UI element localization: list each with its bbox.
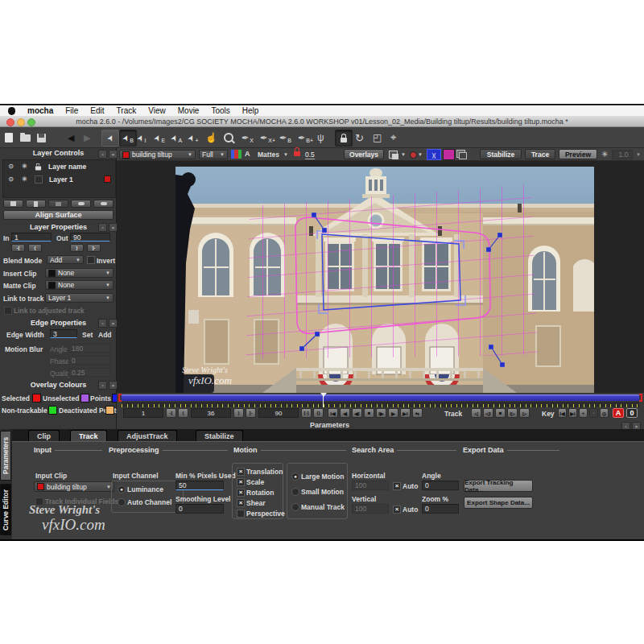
blur-quality-field[interactable]: 0.25 <box>68 368 110 377</box>
gear-icon[interactable]: ✳ <box>21 175 28 183</box>
horizontal-field[interactable]: 100 <box>352 481 389 490</box>
link-to-track-dropdown[interactable]: Layer 1▼ <box>45 293 114 303</box>
lock-tool-icon[interactable] <box>335 130 353 147</box>
track-back-frame-button[interactable]: ◁I <box>483 408 493 418</box>
track-backward-button[interactable]: ◁ <box>471 408 481 418</box>
layer-lock-checkbox[interactable] <box>35 175 43 184</box>
smoothing-level-field[interactable]: 0 <box>175 504 224 514</box>
pin-icon[interactable]: ▫ <box>98 223 107 232</box>
zoom-chevron-icon[interactable]: ▼ <box>636 152 641 157</box>
forward-icon[interactable]: ▶ <box>84 130 90 145</box>
menu-track[interactable]: Track <box>117 106 137 115</box>
pan-tool-icon[interactable]: ☝ <box>205 130 217 145</box>
goto-out-button[interactable]: ) <box>70 244 84 252</box>
video-frame[interactable]: Steve Wright's vfxIO.com <box>175 167 594 393</box>
timeline-out-bracket[interactable] <box>639 394 642 402</box>
tab-track[interactable]: Track <box>70 430 107 441</box>
matte-clip-dropdown[interactable]: None▼ <box>45 280 114 290</box>
auto-channel-radio[interactable] <box>118 498 126 506</box>
stop-button[interactable]: ■ <box>364 408 374 418</box>
menu-edit[interactable]: Edit <box>90 106 104 115</box>
eye-icon[interactable]: ⊙ <box>7 175 14 183</box>
gear-icon[interactable]: ✳ <box>21 163 28 170</box>
last-frame-button[interactable]: ▶I <box>400 408 411 418</box>
delete-keyframe-button[interactable]: ▫ <box>589 408 598 418</box>
zoom-percent-field[interactable]: 0 <box>422 504 459 514</box>
out-frame-field[interactable]: 90 <box>258 408 299 418</box>
current-frame-field[interactable]: 36 <box>191 408 231 418</box>
zoom-level-field[interactable]: 1.0 <box>612 150 633 159</box>
viewer-canvas[interactable]: Steve Wright's vfxIO.com <box>117 161 644 393</box>
pen-bezier-tool[interactable]: ✒B <box>279 130 291 145</box>
export-shape-data-button[interactable]: Export Shape Data... <box>464 497 533 509</box>
track-stop-button[interactable]: ■ <box>495 408 506 418</box>
rotation-checkbox[interactable]: × <box>237 489 245 497</box>
blend-mode-dropdown[interactable]: Add▼ <box>47 255 84 264</box>
pin-icon[interactable]: ▫ <box>98 381 107 390</box>
group-layer-button[interactable] <box>71 200 91 208</box>
play-button[interactable]: ▶ <box>388 408 398 418</box>
goto-in-button[interactable]: ( <box>178 408 188 418</box>
shear-checkbox[interactable]: × <box>237 499 245 507</box>
mattes-chevron-icon[interactable]: ▼ <box>283 152 288 157</box>
delete-layer-button[interactable] <box>26 200 46 208</box>
blur-angle-field[interactable]: 180 <box>68 344 110 353</box>
tab-clip[interactable]: Clip <box>28 430 60 441</box>
tab-stabilize[interactable]: Stabilize <box>196 430 243 441</box>
insert-clip-dropdown[interactable]: None▼ <box>45 268 114 278</box>
copy-layer-icon[interactable] <box>389 151 398 159</box>
matte-opacity-value[interactable]: 0.5 <box>305 151 315 159</box>
layer-color-swatch[interactable] <box>104 175 111 183</box>
new-layer-button[interactable] <box>3 200 23 208</box>
eye-icon[interactable]: ⊙ <box>7 163 14 170</box>
pen-xspline-tool[interactable]: ✒X <box>242 130 254 145</box>
align-surface-button[interactable]: Align Surface <box>3 210 114 220</box>
set-out-button[interactable]: ]- <box>246 408 256 418</box>
unselected-colour-swatch[interactable] <box>80 394 89 402</box>
luminance-radio[interactable]: ● <box>118 485 126 493</box>
ungroup-layer-button[interactable] <box>93 200 114 208</box>
loop-button[interactable]: ⇋ <box>412 408 423 418</box>
select-auto-tool[interactable]: ➤A <box>171 130 182 145</box>
overlays-button[interactable]: Overlays <box>344 149 384 159</box>
move-tool-icon[interactable]: ⌖ <box>390 130 396 145</box>
pin-icon[interactable]: ▫ <box>98 319 107 328</box>
track-forward-button[interactable]: ▷ <box>519 408 530 418</box>
zero-button[interactable]: 0 <box>626 408 638 418</box>
step-back-button[interactable]: ◀I <box>352 408 362 418</box>
scale-checkbox[interactable]: × <box>237 478 245 486</box>
duplicate-layer-button[interactable] <box>48 200 68 208</box>
side-tab-curve-editor[interactable]: Curve Editor <box>0 484 11 535</box>
link-adjusted-checkbox[interactable] <box>4 307 12 315</box>
rotate-tool-icon[interactable]: ↻ <box>355 130 364 145</box>
goto-out-button[interactable]: ) <box>233 408 244 418</box>
timeline-keyframe-bar[interactable] <box>122 394 639 401</box>
edge-set-button[interactable]: Set <box>82 331 93 339</box>
next-keyframe-button[interactable]: ▶I <box>568 408 577 418</box>
nontrackable-colour-swatch[interactable] <box>48 406 57 415</box>
perspective-checkbox[interactable] <box>237 510 245 518</box>
input-clip-dropdown[interactable]: building tiltup▼ <box>34 481 114 492</box>
out-field[interactable]: 90 <box>70 233 110 242</box>
close-icon[interactable]: × <box>109 150 118 159</box>
lock-icon[interactable] <box>35 167 41 171</box>
mattes-dropdown[interactable]: Mattes <box>258 151 279 159</box>
curve-handle-tool-icon[interactable]: ψ <box>317 130 324 145</box>
menu-movie[interactable]: Movie <box>178 106 200 115</box>
select-inner-tool[interactable]: ➤I <box>137 130 146 145</box>
stabilize-button[interactable]: Stabilize <box>480 149 522 159</box>
min-pixels-field[interactable]: 50 <box>175 481 224 490</box>
save-project-icon[interactable] <box>37 130 46 145</box>
side-tab-parameters[interactable]: Parameters <box>0 431 11 481</box>
overlay-color-dot-icon[interactable] <box>410 151 417 159</box>
back-icon[interactable]: ◀ <box>68 130 74 145</box>
edge-add-button[interactable]: Add <box>98 331 112 339</box>
magenta-swatch[interactable] <box>443 149 455 160</box>
pen-bezier-add-tool[interactable]: ✒B+ <box>298 130 313 145</box>
set-in-button[interactable]: -[ <box>166 408 176 418</box>
pen-xspline-add-tool[interactable]: ✒X+ <box>260 130 275 145</box>
scale-tool-icon[interactable]: ◰ <box>373 130 382 145</box>
menu-help[interactable]: Help <box>242 106 259 115</box>
reset-range-button[interactable]: [-] <box>301 408 312 418</box>
edge-width-field[interactable]: 3 <box>50 329 77 338</box>
